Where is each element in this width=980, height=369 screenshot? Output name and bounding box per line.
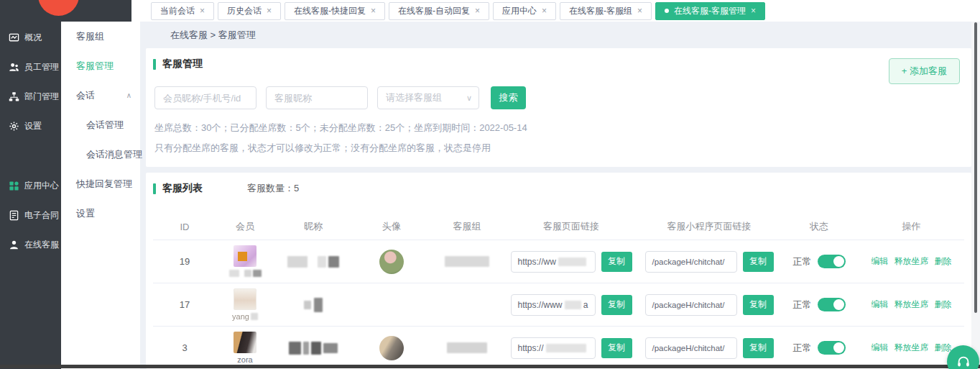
close-icon[interactable]: ×	[267, 6, 272, 15]
sidebar-item-online-service[interactable]: 在线客服	[0, 230, 61, 260]
tab-quick-reply[interactable]: 在线客服-快捷回复 ×	[285, 2, 385, 20]
redacted-text	[565, 301, 581, 309]
service-nickname-input[interactable]	[266, 86, 368, 109]
submenu-item-settings[interactable]: 设置	[61, 199, 140, 228]
member-name: zora	[237, 355, 252, 365]
scrollbar-thumb[interactable]	[974, 22, 977, 313]
delete-link[interactable]: 删除	[935, 255, 952, 268]
seat-note-text: 只有分配坐席的客服，状态才可以修改为正常；没有分配坐席的客服，状态是停用	[153, 142, 964, 155]
close-icon[interactable]: ×	[542, 6, 547, 15]
tab-label: 应用中心	[502, 5, 537, 17]
redacted-text	[251, 313, 258, 320]
mini-link-input[interactable]: /packageH/chitchat/	[645, 337, 737, 359]
tab-history-session[interactable]: 历史会话 ×	[218, 2, 281, 20]
tab-service-manage-active[interactable]: 在线客服-客服管理 ×	[655, 2, 765, 20]
tab-service-group[interactable]: 在线客服-客服组 ×	[560, 2, 652, 20]
cell-nickname-redacted	[274, 298, 353, 312]
close-icon[interactable]: ×	[200, 6, 205, 15]
submenu-item-session-manage[interactable]: 会话管理	[61, 110, 140, 140]
sidebar-item-label: 在线客服	[24, 239, 59, 251]
submenu-item-quick-reply-manage[interactable]: 快捷回复管理	[61, 169, 140, 199]
page-link-input[interactable]: https://www a	[511, 294, 596, 316]
edit-link[interactable]: 编辑	[872, 255, 889, 268]
submenu-label: 快捷回复管理	[76, 178, 132, 191]
search-button[interactable]: 搜索	[491, 86, 526, 109]
overview-icon	[9, 32, 19, 43]
mini-link-input[interactable]: /packageH/chitchat/	[645, 294, 737, 316]
status-toggle[interactable]	[818, 255, 846, 268]
release-seat-link[interactable]: 释放坐席	[895, 342, 929, 354]
cell-page-link: https:// 复制	[504, 337, 639, 359]
submenu-item-service-manage[interactable]: 客服管理	[61, 51, 140, 81]
redacted-text	[558, 258, 586, 266]
member-name-text: yang	[232, 312, 249, 321]
submenu-label: 客服组	[76, 30, 104, 43]
redacted-text	[287, 256, 308, 268]
close-icon[interactable]: ×	[371, 6, 376, 15]
copy-mini-link-button[interactable]: 复制	[743, 295, 774, 315]
submenu-label: 客服管理	[76, 60, 114, 73]
redacted-text	[318, 256, 326, 268]
section-accent-bar	[153, 59, 156, 70]
redacted-text	[445, 256, 489, 267]
sidebar-item-app-center[interactable]: 应用中心	[0, 171, 61, 201]
page-link-input[interactable]: https://	[511, 337, 596, 359]
sidebar-item-label: 电子合同	[24, 209, 59, 222]
main-sidebar: 概况 员工管理 部门管理 设置 应用中心 电子合同 在线客服	[0, 22, 61, 369]
copy-mini-link-button[interactable]: 复制	[743, 252, 774, 272]
breadcrumb: 在线客服 > 客服管理	[140, 22, 980, 48]
service-manage-panel: 客服管理 + 添加客服 请选择客服组 ∨ 搜索 坐席总数：30个；已分配坐席数：…	[146, 48, 971, 167]
table-header-row: ID 会员 昵称 头像 客服组 客服页面链接 客服小程序页面链接 状态 操作	[153, 214, 964, 240]
copy-mini-link-button[interactable]: 复制	[743, 338, 774, 358]
redacted-text	[244, 270, 251, 277]
release-seat-link[interactable]: 释放坐席	[895, 299, 929, 311]
delete-link[interactable]: 删除	[935, 299, 952, 311]
cell-actions: 编辑 释放坐席 删除	[859, 255, 964, 268]
mini-link-input[interactable]: /packageH/chitchat/	[645, 251, 737, 273]
tab-auto-reply[interactable]: 在线客服-自动回复 ×	[389, 2, 489, 20]
window-bottom-edge	[0, 365, 980, 368]
submenu-label: 会话消息管理	[86, 148, 142, 161]
tab-label: 在线客服-快捷回复	[294, 5, 366, 17]
tab-app-center[interactable]: 应用中心 ×	[493, 2, 556, 20]
redacted-text	[546, 344, 586, 352]
status-toggle[interactable]	[818, 341, 846, 355]
tab-current-session[interactable]: 当前会话 ×	[151, 2, 214, 20]
cell-group-redacted	[430, 256, 504, 267]
release-seat-link[interactable]: 释放坐席	[895, 255, 929, 268]
submenu-item-session-message-manage[interactable]: 会话消息管理	[61, 140, 140, 169]
close-icon[interactable]: ×	[475, 6, 480, 15]
close-icon[interactable]: ×	[637, 6, 642, 15]
sidebar-item-department[interactable]: 部门管理	[0, 82, 61, 111]
sidebar-item-contract[interactable]: 电子合同	[0, 201, 61, 230]
status-toggle[interactable]	[818, 298, 846, 311]
service-group-select[interactable]: 请选择客服组 ∨	[377, 86, 479, 109]
status-label: 正常	[793, 255, 812, 268]
add-service-button[interactable]: + 添加客服	[889, 58, 960, 84]
avatar	[379, 250, 404, 274]
tab-label: 在线客服-自动回复	[398, 5, 470, 17]
edit-link[interactable]: 编辑	[872, 342, 889, 354]
col-group: 客服组	[430, 220, 504, 233]
member-thumbnail	[234, 288, 256, 310]
sidebar-item-settings[interactable]: 设置	[0, 111, 61, 141]
cell-page-link: https://www a 复制	[504, 294, 639, 316]
submenu-item-service-group[interactable]: 客服组	[61, 22, 140, 51]
service-list-panel: 客服列表 客服数量：5 ID 会员 昵称 头像 客服组 客服页面链接 客服小程序…	[146, 173, 971, 369]
page-link-input[interactable]: https://ww	[511, 251, 596, 273]
sidebar-item-label: 员工管理	[24, 61, 59, 73]
copy-page-link-button[interactable]: 复制	[601, 295, 632, 315]
member-search-input[interactable]	[154, 86, 256, 109]
close-icon[interactable]: ×	[751, 6, 756, 15]
copy-page-link-button[interactable]: 复制	[601, 338, 632, 358]
link-text: https://www	[518, 300, 563, 310]
submenu-item-session[interactable]: 会话 ∧	[61, 81, 140, 110]
copy-page-link-button[interactable]: 复制	[601, 252, 632, 272]
sidebar-item-label: 部门管理	[24, 91, 59, 103]
sidebar-item-staff[interactable]: 员工管理	[0, 53, 61, 82]
member-thumbnail	[234, 332, 256, 353]
chevron-up-icon: ∧	[126, 91, 131, 99]
sidebar-item-overview[interactable]: 概况	[0, 23, 61, 53]
edit-link[interactable]: 编辑	[872, 299, 889, 311]
redacted-text	[253, 270, 262, 277]
